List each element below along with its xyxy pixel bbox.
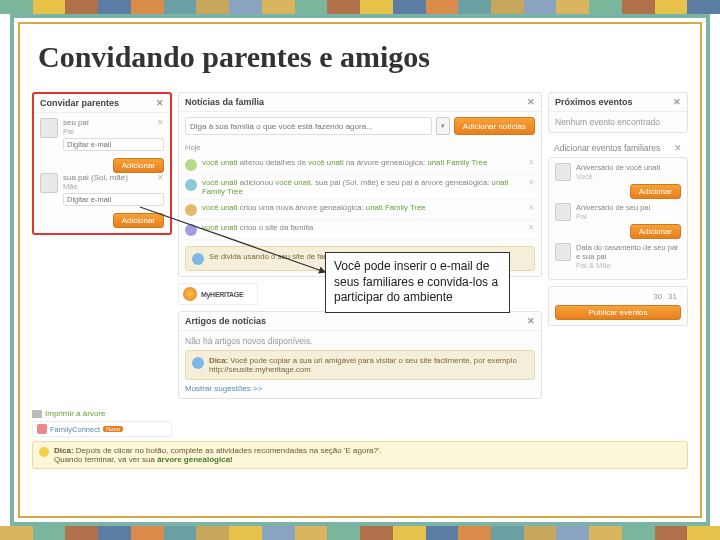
event-item: Aniversário de você unatiVocêAdicionar [555, 163, 681, 199]
avatar [555, 243, 571, 261]
calendar-day[interactable]: 31 [668, 292, 677, 301]
add-news-button[interactable]: Adicionar notícias [454, 117, 535, 135]
event-title: Data do casamento de seu pai e sua pai [576, 243, 681, 261]
person-name: sua pai (Sol, mãe) [63, 173, 164, 182]
feed-icon [185, 224, 197, 236]
attach-dropdown[interactable]: ▾ [436, 117, 450, 135]
events-heading: Próximos eventos [555, 97, 633, 107]
event-subtitle: Você [576, 172, 681, 181]
event-title: Aniversário de seu pai [576, 203, 681, 212]
no-events: Nenhum evento encontrado [549, 112, 687, 132]
calendar-day[interactable]: 30 [653, 292, 662, 301]
family-news-panel: Notícias da família ✕ ▾ Adicionar notíci… [178, 92, 542, 277]
tip-banner: Dica: Depois de clicar no botão, complet… [32, 441, 688, 469]
articles-empty: Não há artigos novos disponíveis. [185, 336, 535, 346]
add-event-button[interactable]: Adicionar [630, 184, 681, 199]
event-subtitle: Pai & Mãe [576, 261, 681, 270]
event-subtitle: Pai [576, 212, 681, 221]
collapse-icon[interactable]: ✕ [527, 97, 535, 107]
avatar [40, 173, 58, 193]
close-icon[interactable]: ✕ [157, 118, 164, 127]
close-icon[interactable]: ✕ [157, 173, 164, 182]
add-events-panel: Aniversário de você unatiVocêAdicionarAn… [548, 157, 688, 280]
collapse-icon[interactable]: ✕ [156, 98, 164, 108]
close-icon[interactable]: ✕ [524, 178, 535, 196]
lightbulb-icon [39, 447, 49, 457]
calendar-panel: 30 31 Publicar eventos [548, 286, 688, 326]
invite-person: sua pai (Sol, mãe)Mãe✕ [40, 173, 164, 206]
close-icon[interactable]: ✕ [524, 223, 535, 236]
familyconnect-icon [37, 424, 47, 434]
invite-person: seu paiPai✕ [40, 118, 164, 151]
feed-item: você unati alterou detalhes de você unat… [185, 155, 535, 175]
upcoming-events-panel: Próximos eventos ✕ Nenhum evento encontr… [548, 92, 688, 133]
person-role: Pai [63, 127, 164, 136]
annotation-callout: Você pode inserir o e-mail de seus famil… [325, 252, 510, 313]
new-badge: Novo [103, 426, 123, 432]
sun-icon [183, 287, 197, 301]
news-status-input[interactable] [185, 117, 432, 135]
articles-heading: Artigos de notícias [185, 316, 266, 326]
avatar [555, 163, 571, 181]
slide-title: Convidando parentes e amigos [38, 40, 688, 74]
myheritage-logo: MyHERITAGE [178, 283, 258, 305]
event-item: Data do casamento de seu pai e sua paiPa… [555, 243, 681, 270]
show-suggestions-link[interactable]: Mostrar sugestões >> [185, 384, 535, 393]
feed-icon [185, 159, 197, 171]
invite-email-input[interactable] [63, 193, 164, 206]
feed-item: você unati criou uma nova árvore genealó… [185, 200, 535, 220]
news-heading: Notícias da família [185, 97, 264, 107]
collapse-icon[interactable]: ✕ [674, 143, 682, 153]
printer-icon [32, 410, 42, 418]
person-name: seu pai [63, 118, 164, 127]
print-tree-link[interactable]: Imprimir a árvore [32, 409, 172, 418]
feed-item: você unati adicionou você unati, sua pai… [185, 175, 535, 200]
globe-icon [192, 357, 204, 369]
invite-parents-panel: Convidar parentes ✕ seu paiPai✕Adicionar… [32, 92, 172, 235]
feed-item: você unati criou o site da família✕ [185, 220, 535, 240]
familyconnect-box[interactable]: FamilyConnect Novo [32, 421, 172, 437]
avatar [555, 203, 571, 221]
collapse-icon[interactable]: ✕ [527, 316, 535, 326]
close-icon[interactable]: ✕ [524, 203, 535, 216]
feed-icon [185, 204, 197, 216]
globe-icon [192, 253, 204, 265]
invite-heading: Convidar parentes [40, 98, 119, 108]
event-title: Aniversário de você unati [576, 163, 681, 172]
invite-email-input[interactable] [63, 138, 164, 151]
close-icon[interactable]: ✕ [524, 158, 535, 171]
add-family-events-heading: Adicionar eventos familiares ✕ [548, 139, 688, 157]
feed-icon [185, 179, 197, 191]
today-label: Hoje [185, 143, 535, 152]
event-item: Aniversário de seu paiPaiAdicionar [555, 203, 681, 239]
add-invite-button[interactable]: Adicionar [113, 158, 164, 173]
person-role: Mãe [63, 182, 164, 191]
add-invite-button[interactable]: Adicionar [113, 213, 164, 228]
url-tip: Dica: Você pode copiar a sua url amigáve… [185, 350, 535, 380]
collapse-icon[interactable]: ✕ [673, 97, 681, 107]
avatar [40, 118, 58, 138]
add-event-button[interactable]: Adicionar [630, 224, 681, 239]
publish-events-button[interactable]: Publicar eventos [555, 305, 681, 320]
articles-panel: Artigos de notícias ✕ Não há artigos nov… [178, 311, 542, 399]
